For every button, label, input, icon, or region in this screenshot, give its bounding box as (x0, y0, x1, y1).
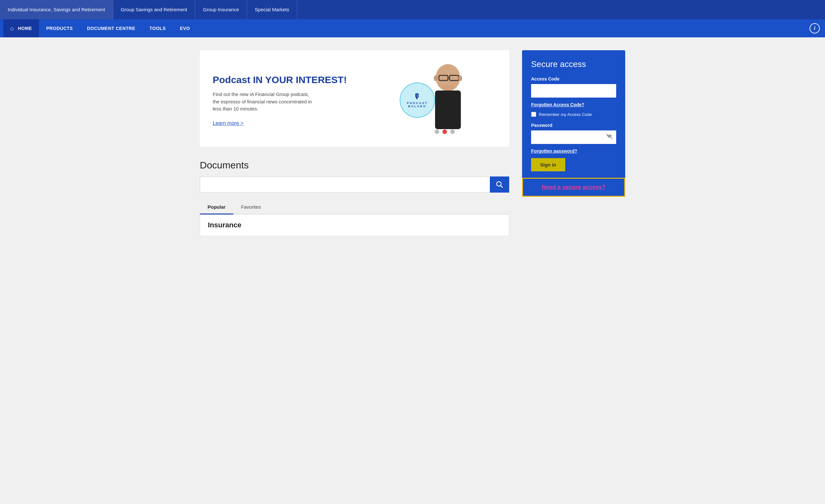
tab-favorites[interactable]: Favorites (233, 200, 269, 215)
top-navigation: Individual Insurance, Savings and Retire… (0, 0, 825, 19)
insurance-category-heading: Insurance (200, 215, 509, 236)
hero-text: Podcast IN YOUR INTEREST! Find out the n… (213, 74, 393, 126)
nav-home[interactable]: ⌂ HOME (3, 19, 39, 37)
access-code-input[interactable] (531, 84, 616, 98)
main-navigation: ⌂ HOME PRODUCTS DOCUMENT CENTRE TOOLS EV… (0, 19, 825, 37)
search-icon (496, 181, 503, 188)
toggle-password-icon[interactable] (606, 134, 613, 141)
forgot-access-code-link[interactable]: Forgotten Access Code? (531, 102, 616, 107)
page-content: Podcast IN YOUR INTEREST! Find out the n… (187, 37, 638, 249)
top-nav-individual[interactable]: Individual Insurance, Savings and Retire… (0, 0, 113, 19)
sign-in-button[interactable]: Sign in (531, 158, 565, 171)
access-code-label: Access Code (531, 76, 616, 81)
forgot-password-link[interactable]: Forgotten password? (531, 149, 616, 154)
need-secure-access-link[interactable]: Need a secure access? (528, 184, 619, 191)
svg-point-7 (442, 85, 454, 90)
info-button[interactable]: i (810, 23, 820, 33)
main-content-area: Podcast IN YOUR INTEREST! Find out the n… (200, 50, 509, 236)
svg-line-9 (501, 185, 503, 187)
nav-tools[interactable]: TOOLS (142, 19, 173, 37)
home-icon: ⌂ (10, 25, 14, 32)
documents-section: Documents Popular Favorites (200, 160, 509, 236)
top-nav-special-markets[interactable]: Special Markets (247, 0, 297, 19)
documents-title: Documents (200, 160, 509, 171)
hero-banner: Podcast IN YOUR INTEREST! Find out the n… (200, 50, 509, 147)
search-row (200, 176, 509, 192)
password-input[interactable] (531, 131, 616, 144)
hero-title: Podcast IN YOUR INTEREST! (213, 74, 393, 86)
secure-access-panel: Secure access Access Code Forgotten Acce… (522, 50, 625, 197)
nav-document-centre[interactable]: DOCUMENT CENTRE (80, 19, 142, 37)
svg-point-5 (434, 75, 438, 81)
svg-rect-1 (435, 90, 461, 129)
nav-products[interactable]: PRODUCTS (39, 19, 80, 37)
hero-description: Find out the new iA Financial Group podc… (213, 91, 316, 113)
secure-access-title: Secure access (531, 59, 616, 69)
svg-point-6 (458, 75, 462, 81)
documents-tabs: Popular Favorites (200, 200, 509, 215)
documents-search-input[interactable] (200, 176, 490, 192)
nav-evo[interactable]: EVO (173, 19, 197, 37)
person-image (416, 63, 474, 137)
hero-image-area: 🎙 PODCAST BALADO (393, 63, 496, 137)
top-nav-group-insurance[interactable]: Group Insurance (195, 0, 247, 19)
remember-checkbox[interactable] (531, 112, 536, 117)
tab-popular[interactable]: Popular (200, 200, 233, 215)
need-secure-access-box: Need a secure access? (522, 178, 625, 197)
password-input-wrap (531, 131, 616, 144)
learn-more-link[interactable]: Learn more > (213, 120, 244, 126)
remember-label: Remember my Access Code (539, 112, 592, 117)
top-nav-group-savings[interactable]: Group Savings and Retirement (113, 0, 195, 19)
search-button[interactable] (490, 176, 509, 192)
password-label: Password (531, 123, 616, 128)
remember-access-code-row: Remember my Access Code (531, 112, 616, 117)
